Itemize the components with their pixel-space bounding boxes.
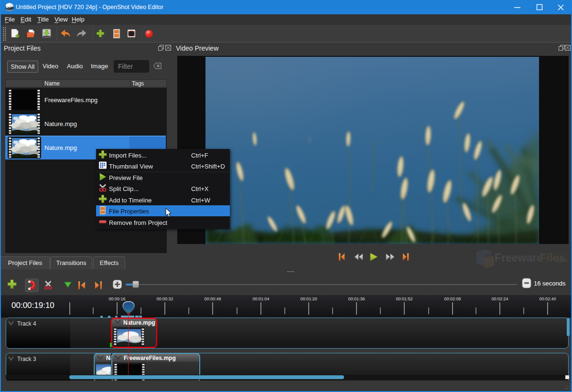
svg-text:Add to Timeline: Add to Timeline xyxy=(109,197,152,204)
svg-text:File Properties: File Properties xyxy=(109,208,149,215)
svg-text:Nature.mpg: Nature.mpg xyxy=(44,144,77,151)
svg-text:FreewareFiles.mpg: FreewareFiles.mpg xyxy=(124,355,176,361)
svg-text:Ctrl+X: Ctrl+X xyxy=(191,185,209,192)
svg-text:FreewareFiles.mpg: FreewareFiles.mpg xyxy=(44,96,97,104)
svg-text:Ctrl+Shift+D: Ctrl+Shift+D xyxy=(191,163,225,170)
svg-text:Ctrl+F: Ctrl+F xyxy=(191,152,208,159)
svg-text:Ctrl+W: Ctrl+W xyxy=(191,197,211,204)
svg-text:Import Files...: Import Files... xyxy=(109,152,147,159)
svg-text:Remove from Project: Remove from Project xyxy=(109,219,167,226)
svg-text:Nature.mpg: Nature.mpg xyxy=(44,120,77,127)
svg-text:Preview File: Preview File xyxy=(109,174,143,181)
svg-text:Split Clip...: Split Clip... xyxy=(109,185,139,192)
svg-text:Thumbnail View: Thumbnail View xyxy=(109,163,153,170)
svg-text:Nature.mpg: Nature.mpg xyxy=(106,355,111,361)
svg-text:.com: .com xyxy=(555,257,568,264)
svg-text:Freeware: Freeware xyxy=(495,252,543,264)
